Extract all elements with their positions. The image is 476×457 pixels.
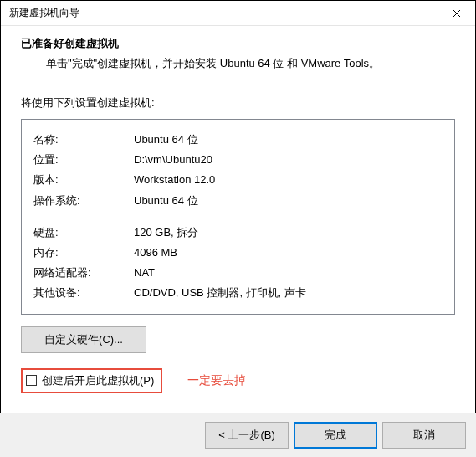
table-row: 硬盘:120 GB, 拆分 — [33, 223, 443, 243]
finish-button[interactable]: 完成 — [294, 422, 377, 449]
customize-hardware-button[interactable]: 自定义硬件(C)... — [21, 326, 146, 353]
summary-label: 硬盘: — [33, 223, 134, 243]
customize-row: 自定义硬件(C)... — [21, 326, 455, 353]
blank-row — [33, 211, 443, 223]
summary-value: 120 GB, 拆分 — [134, 223, 443, 243]
summary-value: CD/DVD, USB 控制器, 打印机, 声卡 — [134, 283, 443, 303]
close-button[interactable] — [438, 1, 475, 26]
annotation-text: 一定要去掉 — [187, 373, 246, 388]
summary-value: Ubuntu 64 位 — [134, 130, 443, 150]
back-button[interactable]: < 上一步(B) — [205, 422, 289, 449]
summary-label: 网络适配器: — [33, 263, 134, 283]
table-row: 名称:Ubuntu 64 位 — [33, 130, 443, 150]
header-subtitle: 单击"完成"创建虚拟机，并开始安装 Ubuntu 64 位 和 VMware T… — [46, 56, 455, 71]
checkbox-row: 创建后开启此虚拟机(P) 一定要去掉 — [21, 368, 455, 393]
footer-button-bar: < 上一步(B) 完成 取消 — [0, 413, 476, 457]
summary-label: 位置: — [33, 150, 134, 170]
summary-label: 名称: — [33, 130, 134, 150]
table-row: 其他设备:CD/DVD, USB 控制器, 打印机, 声卡 — [33, 283, 443, 303]
window-title: 新建虚拟机向导 — [1, 6, 79, 20]
content-area: 将使用下列设置创建虚拟机: 名称:Ubuntu 64 位 位置:D:\vm\Ub… — [1, 80, 475, 393]
content-intro: 将使用下列设置创建虚拟机: — [21, 95, 455, 110]
checkbox-label: 创建后开启此虚拟机(P) — [42, 373, 154, 388]
summary-value: 4096 MB — [134, 243, 443, 263]
wizard-header: 已准备好创建虚拟机 单击"完成"创建虚拟机，并开始安装 Ubuntu 64 位 … — [1, 26, 475, 80]
annotation-frame: 创建后开启此虚拟机(P) — [21, 368, 162, 393]
summary-value: D:\vm\Ubuntu20 — [134, 150, 443, 170]
close-icon — [453, 9, 461, 18]
title-bar: 新建虚拟机向导 — [1, 1, 475, 26]
summary-value: Workstation 12.0 — [134, 170, 443, 190]
header-title: 已准备好创建虚拟机 — [21, 36, 455, 51]
summary-label: 内存: — [33, 243, 134, 263]
summary-label: 操作系统: — [33, 191, 134, 211]
table-row: 网络适配器:NAT — [33, 263, 443, 283]
summary-value: NAT — [134, 263, 443, 283]
power-on-checkbox[interactable] — [26, 375, 37, 386]
summary-label: 版本: — [33, 170, 134, 190]
summary-table: 名称:Ubuntu 64 位 位置:D:\vm\Ubuntu20 版本:Work… — [33, 130, 443, 304]
summary-label: 其他设备: — [33, 283, 134, 303]
summary-value: Ubuntu 64 位 — [134, 191, 443, 211]
table-row: 操作系统:Ubuntu 64 位 — [33, 191, 443, 211]
table-row: 版本:Workstation 12.0 — [33, 170, 443, 190]
table-row: 位置:D:\vm\Ubuntu20 — [33, 150, 443, 170]
cancel-button[interactable]: 取消 — [382, 422, 466, 449]
table-row: 内存:4096 MB — [33, 243, 443, 263]
summary-box: 名称:Ubuntu 64 位 位置:D:\vm\Ubuntu20 版本:Work… — [21, 119, 455, 315]
